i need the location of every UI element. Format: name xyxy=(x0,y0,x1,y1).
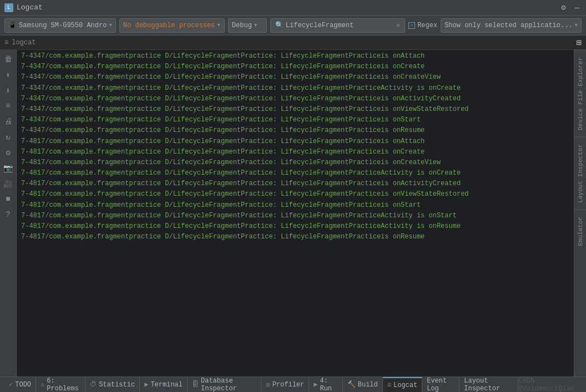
log-line[interactable]: 7-4817/com.example.fragmentpractice D/Li… xyxy=(17,136,574,147)
log-line[interactable]: 7-4817/com.example.fragmentpractice D/Li… xyxy=(17,221,574,232)
log-line[interactable]: 7-4817/com.example.fragmentpractice D/Li… xyxy=(17,200,574,211)
logcat-icon: ≡ xyxy=(387,381,391,389)
screen-record-button[interactable]: 🎥 xyxy=(1,176,16,191)
clear-logcat-button[interactable]: 🗑 xyxy=(1,52,16,67)
title-bar: L Logcat ⚙ — xyxy=(0,0,586,16)
logcat-title-icon: L xyxy=(4,3,13,12)
device-chevron: ▼ xyxy=(109,23,112,28)
process-selector[interactable]: No debuggable processes ▼ xyxy=(119,18,225,33)
status-item-run[interactable]: ▶4: Run xyxy=(309,377,343,392)
menu-icon[interactable]: ≡ xyxy=(4,39,8,47)
print-button[interactable]: 🖨 xyxy=(1,114,16,129)
log-line[interactable]: 7-4817/com.example.fragmentpractice D/Li… xyxy=(17,168,574,179)
log-line[interactable]: 7-4347/com.example.fragmentpractice D/Li… xyxy=(17,83,574,94)
left-sidebar: 🗑 ⬆ ⬇ ≡ 🖨 ↻ ⚙ 📷 🎥 ■ ? xyxy=(0,50,17,376)
status-item-terminal[interactable]: ▶Terminal xyxy=(140,377,188,392)
log-line[interactable]: 7-4817/com.example.fragmentpractice D/Li… xyxy=(17,232,574,242)
status-item-problems[interactable]: ⚠6: Problems xyxy=(36,377,85,392)
search-icon: 🔍 xyxy=(275,21,284,29)
profiler-icon: ◎ xyxy=(266,380,270,389)
title-bar-left: L Logcat xyxy=(4,3,43,12)
settings-sidebar-button[interactable]: ⚙ xyxy=(1,145,16,160)
scroll-to-beginning-button[interactable]: ⬆ xyxy=(1,68,16,82)
log-line[interactable]: 7-4347/com.example.fragmentpractice D/Li… xyxy=(17,62,574,72)
logcat-subheader: ≡ logcat ⊞ xyxy=(0,35,586,50)
log-line[interactable]: 7-4347/com.example.fragmentpractice D/Li… xyxy=(17,72,574,83)
build-icon: 🔨 xyxy=(347,380,356,389)
process-chevron: ▼ xyxy=(217,23,220,28)
logcat-label: logcat xyxy=(12,39,36,47)
status-item-database-inspector[interactable]: 🗄Database Inspector xyxy=(188,377,261,392)
log-content[interactable]: 7-4347/com.example.fragmentpractice D/Li… xyxy=(17,50,574,376)
minimize-button[interactable]: — xyxy=(573,2,582,13)
log-line[interactable]: 7-4347/com.example.fragmentpractice D/Li… xyxy=(17,94,574,104)
regex-label: Regex xyxy=(417,22,437,29)
emulator-tab[interactable]: Emulator xyxy=(575,210,586,253)
problems-icon: ⚠ xyxy=(41,380,44,389)
status-item-profiler[interactable]: ◎Profiler xyxy=(261,377,309,392)
status-bar: ✓TODO⚠6: Problems⏱Statistic▶Terminal🗄Dat… xyxy=(0,376,586,392)
show-chevron: ▼ xyxy=(575,23,578,28)
profiler-label: Profiler xyxy=(272,381,305,389)
todo-icon: ✓ xyxy=(9,380,13,389)
logcat-label: Logcat xyxy=(393,381,417,389)
level-label: Debug xyxy=(232,22,252,29)
device-file-explorer-tab[interactable]: Device File Explorer xyxy=(575,50,586,137)
regex-checkbox[interactable] xyxy=(408,22,415,29)
process-label: No debuggable processes xyxy=(123,22,215,29)
statistic-label: Statistic xyxy=(99,381,135,389)
settings-button[interactable]: ⚙ xyxy=(559,2,568,13)
status-item-logcat[interactable]: ≡Logcat xyxy=(383,377,422,392)
database-inspector-icon: 🗄 xyxy=(192,380,199,389)
log-line[interactable]: 7-4817/com.example.fragmentpractice D/Li… xyxy=(17,211,574,221)
title-text: Logcat xyxy=(17,3,43,12)
log-level-selector[interactable]: Debug ▼ xyxy=(228,18,267,33)
log-line[interactable]: 7-4817/com.example.fragmentpractice D/Li… xyxy=(17,157,574,168)
right-sidebar: Device File Explorer Layout Inspector Em… xyxy=(574,50,586,376)
todo-label: TODO xyxy=(15,381,31,389)
screenshot-button[interactable]: 📷 xyxy=(1,161,16,175)
log-line[interactable]: 7-4817/com.example.fragmentpractice D/Li… xyxy=(17,179,574,189)
problems-label: 6: Problems xyxy=(47,377,80,393)
toolbar: 📱 Samsung SM-G9550 Andro ▼ No debuggable… xyxy=(0,16,586,35)
device-label: Samsung SM-G9550 Andro xyxy=(19,22,107,29)
logcat-header-left: ≡ logcat xyxy=(4,39,36,47)
restart-button[interactable]: ↻ xyxy=(1,130,16,144)
level-chevron: ▼ xyxy=(254,23,257,28)
search-close-icon[interactable]: ✕ xyxy=(396,21,400,29)
main-area: 🗑 ⬆ ⬇ ≡ 🖨 ↻ ⚙ 📷 🎥 ■ ? 7-4347/com.example… xyxy=(0,50,586,376)
scroll-to-end-button[interactable]: ⬇ xyxy=(1,83,16,98)
run-label: 4: Run xyxy=(320,377,337,393)
log-line[interactable]: 7-4347/com.example.fragmentpractice D/Li… xyxy=(17,51,574,62)
regex-toggle[interactable]: Regex xyxy=(408,22,437,29)
show-label: Show only selected applicatio... xyxy=(444,22,572,29)
build-label: Build xyxy=(358,381,378,389)
status-item-layout-inspector[interactable]: Layout Inspector xyxy=(459,377,518,393)
search-query: LifecycleFragment xyxy=(286,22,353,29)
stop-button[interactable]: ■ xyxy=(1,192,16,206)
show-selector[interactable]: Show only selected applicatio... ▼ xyxy=(441,18,582,33)
status-item-todo[interactable]: ✓TODO xyxy=(4,377,36,392)
terminal-icon: ▶ xyxy=(144,380,148,389)
layout-inspector-tab[interactable]: Layout Inspector xyxy=(575,137,586,210)
status-item-build[interactable]: 🔨Build xyxy=(343,377,383,392)
search-box[interactable]: 🔍 LifecycleFragment ✕ xyxy=(270,18,405,33)
log-line[interactable]: 7-4347/com.example.fragmentpractice D/Li… xyxy=(17,115,574,125)
title-bar-right: ⚙ — xyxy=(559,2,582,13)
statistic-icon: ⏱ xyxy=(90,380,97,389)
log-line[interactable]: 7-4347/com.example.fragmentpractice D/Li… xyxy=(17,125,574,136)
log-line[interactable]: 7-4817/com.example.fragmentpractice D/Li… xyxy=(17,147,574,157)
status-item-event-log[interactable]: Event Log xyxy=(422,377,459,393)
database-inspector-label: Database Inspector xyxy=(201,377,256,393)
layout-toggle-icon[interactable]: ⊞ xyxy=(576,37,582,48)
watermark: CSDN @VoldemortQian xyxy=(518,377,582,393)
run-icon: ▶ xyxy=(314,380,317,389)
device-icon: 📱 xyxy=(8,21,17,29)
log-line[interactable]: 7-4817/com.example.fragmentpractice D/Li… xyxy=(17,189,574,200)
filter-button[interactable]: ≡ xyxy=(1,99,16,113)
log-line[interactable]: 7-4347/com.example.fragmentpractice D/Li… xyxy=(17,104,574,115)
terminal-label: Terminal xyxy=(150,381,183,389)
status-item-statistic[interactable]: ⏱Statistic xyxy=(85,377,140,392)
help-button[interactable]: ? xyxy=(1,207,16,222)
device-selector[interactable]: 📱 Samsung SM-G9550 Andro ▼ xyxy=(4,18,116,33)
